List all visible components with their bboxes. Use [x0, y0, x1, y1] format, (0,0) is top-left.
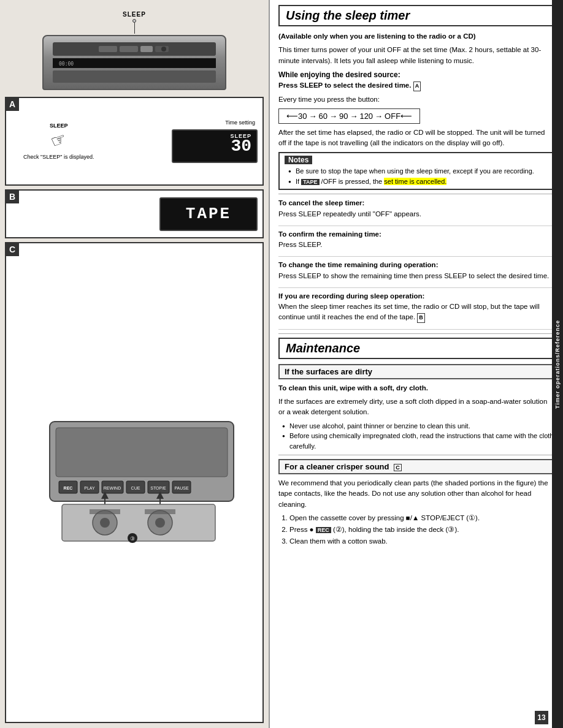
- timer-sequence: ⟵ 30 → 60 → 90 → 120 → OFF ⟵: [278, 108, 420, 124]
- availability-text: (Available only when you are listening t…: [278, 31, 554, 42]
- note-1: Be sure to stop the tape when using the …: [288, 166, 548, 176]
- section-a-right: Time setting SLEEP 30: [100, 119, 258, 163]
- device-display: 00:00: [53, 58, 216, 68]
- section-a-left: SLEEP ☞ Check "SLEEP" is displayed.: [23, 123, 94, 160]
- section-c-label: C: [6, 243, 19, 256]
- sleep-timer-title-box: Using the sleep timer: [278, 5, 554, 26]
- svg-rect-1: [120, 46, 138, 52]
- arrow-2: →: [329, 112, 337, 121]
- instruction-bold-text: Press SLEEP to select the desired time. …: [278, 82, 421, 89]
- device-box: 00:00: [42, 35, 226, 90]
- svg-point-31: [155, 518, 165, 528]
- svg-text:00:00: 00:00: [59, 61, 74, 67]
- svg-text:③: ③: [130, 536, 135, 542]
- svg-text:PLAY: PLAY: [84, 486, 95, 490]
- highlighted-text: set time is cancelled.: [384, 178, 446, 185]
- sleep-line: [134, 23, 135, 34]
- cleaner-sound-title: For a cleaner crisper sound C: [285, 462, 548, 471]
- dirty-surfaces-bold: To clean this unit, wipe with a soft, dr…: [278, 384, 428, 392]
- svg-rect-35: [145, 509, 175, 514]
- note-2: If TAPE /OFF is pressed, the set time is…: [288, 176, 548, 187]
- cassette-illustration: REC PLAY REWIND CUE STOP/E PAUSE ②: [23, 246, 259, 719]
- device-top-strip: [53, 42, 216, 56]
- device-controls-svg: [98, 45, 171, 53]
- svg-point-4: [161, 47, 166, 51]
- timer-30: 30: [298, 112, 307, 121]
- after-set-text: After the set time has elapsed, the radi…: [278, 127, 554, 149]
- notes-list: Be sure to stop the tape when using the …: [285, 166, 548, 186]
- section-c: C REC PLAY REWIND CUE STOP/E PAUSE: [5, 242, 264, 723]
- section-b: B TAPE: [5, 189, 264, 238]
- dirty-bullet-2: ● Before using chemically impregnated cl…: [282, 431, 554, 451]
- arrow-left: ⟵: [286, 112, 298, 121]
- ref-a: A: [413, 82, 421, 91]
- svg-text:REC: REC: [63, 486, 72, 490]
- right-panel: Using the sleep timer (Available only wh…: [270, 0, 563, 728]
- instruction-cancel: To cancel the sleep timer:Press SLEEP re…: [278, 198, 554, 226]
- svg-point-29: [100, 518, 110, 528]
- notes-box: Notes Be sure to stop the tape when usin…: [278, 152, 554, 190]
- svg-rect-27: [62, 504, 215, 541]
- device-display-svg: 00:00: [53, 58, 216, 68]
- step-2: Press ● REC (②), holding the tab inside …: [289, 525, 554, 535]
- display-number: 30: [231, 137, 251, 156]
- cancel-title: To cancel the sleep timer:Press SLEEP re…: [278, 198, 554, 219]
- svg-rect-0: [99, 46, 117, 52]
- svg-rect-34: [90, 509, 120, 514]
- tape-badge: TAPE: [301, 179, 319, 185]
- svg-text:CUE: CUE: [131, 486, 140, 490]
- dirty-surfaces-body: If the surfaces are extremely dirty, use…: [278, 396, 554, 418]
- dirty-surfaces-title: If the surfaces are dirty: [285, 367, 548, 376]
- every-time-label: Every time you press the button:: [278, 94, 554, 105]
- availability-strong: (Available only when you are listening t…: [278, 32, 476, 40]
- description-text: This timer turns power of your unit OFF …: [278, 45, 554, 66]
- maintenance-title: Maintenance: [286, 341, 547, 355]
- recording-title: If you are recording during sleep operat…: [278, 291, 554, 323]
- sleep-btn-label: SLEEP: [50, 123, 68, 129]
- check-sleep-text: Check "SLEEP" is displayed.: [23, 154, 94, 160]
- sleep-indicator: SLEEP: [8, 11, 261, 34]
- arrow-1: →: [308, 112, 316, 121]
- cassette-svg: REC PLAY REWIND CUE STOP/E PAUSE ②: [44, 419, 240, 547]
- cleaner-sound-body: We recommend that you periodically clean…: [278, 478, 554, 510]
- divider-1: [278, 194, 554, 194]
- right-sidebar: Timer operations/Reference: [552, 0, 563, 728]
- dirty-bullets: ● Never use alcohol, paint thinner or be…: [278, 421, 554, 452]
- divider-2: [278, 333, 554, 334]
- timer-120: 120: [359, 112, 373, 121]
- display-box-b: TAPE: [159, 197, 258, 231]
- display-sleep-text: SLEEP: [230, 133, 251, 139]
- cleaner-sound-box: For a cleaner crisper sound C: [278, 459, 554, 474]
- svg-text:REWIND: REWIND: [103, 486, 120, 490]
- right-content: Using the sleep timer (Available only wh…: [270, 0, 563, 728]
- step-3: Clean them with a cotton swab.: [289, 536, 554, 547]
- instruction-heading: While enjoying the desired source: Press…: [278, 69, 554, 91]
- hand-icon: ☞: [48, 128, 69, 153]
- timer-90: 90: [339, 112, 348, 121]
- timer-off: OFF: [385, 112, 400, 121]
- left-panel: SLEEP 00:00: [0, 0, 270, 728]
- sleep-timer-title: Using the sleep timer: [286, 9, 547, 23]
- sleep-label: SLEEP: [123, 11, 146, 18]
- arrow-right: ⟵: [400, 112, 412, 121]
- confirm-title: To confirm the remaining time:Press SLEE…: [278, 229, 554, 251]
- instruction-heading-text: While enjoying the desired source:: [278, 70, 400, 79]
- divider-3: [278, 455, 554, 455]
- time-setting-label: Time setting: [225, 119, 255, 126]
- instruction-change: To change the time remaining during oper…: [278, 260, 554, 288]
- svg-rect-2: [140, 46, 153, 52]
- ref-c: C: [394, 464, 402, 471]
- section-b-label: B: [6, 190, 19, 203]
- ref-b: B: [417, 313, 425, 323]
- section-a: A SLEEP ☞ Check "SLEEP" is displayed. Ti…: [5, 97, 264, 186]
- steps-list: Open the cassette cover by pressing ■/▲ …: [278, 513, 554, 547]
- maintenance-title-box: Maintenance: [278, 338, 554, 359]
- arrow-3: →: [350, 112, 358, 121]
- svg-text:STOP/E: STOP/E: [150, 486, 166, 490]
- device-illustration: SLEEP 00:00: [5, 5, 264, 93]
- dirty-surfaces-instruction: To clean this unit, wipe with a soft, dr…: [278, 383, 554, 393]
- display-box-a: SLEEP 30: [172, 129, 258, 163]
- section-a-label: A: [6, 97, 19, 111]
- page-number: 13: [535, 711, 548, 724]
- notes-title: Notes: [285, 156, 312, 164]
